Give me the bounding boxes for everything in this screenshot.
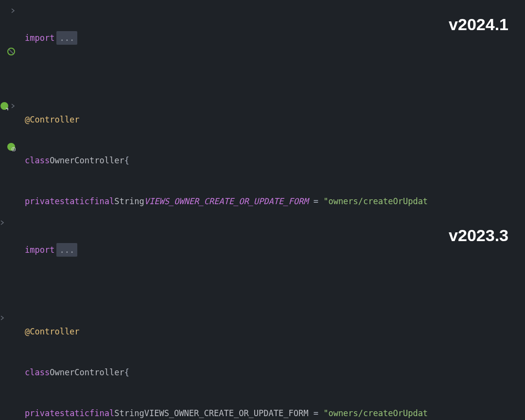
version-badge-top: v2024.1 — [449, 11, 508, 38]
fold-chevron-icon[interactable] — [11, 104, 16, 108]
keyword-private: private — [25, 406, 60, 420]
keyword-final: final — [89, 194, 114, 208]
spring-leaf-arrow-icon[interactable] — [0, 102, 9, 110]
keyword-import: import — [25, 31, 54, 45]
constant-name: VIEWS_OWNER_CREATE_OR_UPDATE_FORM — [144, 406, 309, 420]
version-badge-bottom: v2023.3 — [449, 222, 508, 249]
brace-open: { — [124, 154, 129, 167]
keyword-class: class — [25, 154, 50, 167]
editor-panel-v2023-3: v2023.3 import ... @Con — [0, 212, 525, 420]
spring-leaf-globe-icon[interactable] — [7, 142, 16, 151]
keyword-static: static — [60, 194, 89, 208]
class-name: OwnerController — [50, 154, 124, 167]
folded-imports[interactable]: ... — [56, 31, 77, 45]
string-literal: "owners/createOrUpdat — [323, 194, 428, 208]
constant-name: VIEWS_OWNER_CREATE_OR_UPDATE_FORM — [144, 194, 309, 208]
type-string: String — [114, 406, 144, 420]
brace-open: { — [124, 366, 129, 379]
class-name: OwnerController — [50, 366, 124, 379]
keyword-import: import — [25, 243, 54, 257]
code-bottom[interactable]: import ... @Controller class OwnerContro… — [25, 212, 428, 420]
keyword-final: final — [89, 406, 114, 420]
editor-panel-v2024-1: v2024.1 — [0, 0, 525, 212]
fold-chevron-icon[interactable] — [0, 315, 5, 320]
annotation-controller: @Controller — [25, 113, 80, 126]
type-string: String — [114, 194, 144, 208]
gutter-bottom — [0, 212, 25, 420]
fold-chevron-icon[interactable] — [11, 8, 16, 13]
spring-leaf-slash-icon[interactable] — [7, 47, 16, 56]
keyword-private: private — [25, 194, 60, 208]
fold-chevron-icon[interactable] — [0, 220, 5, 225]
keyword-class: class — [25, 366, 50, 379]
annotation-controller: @Controller — [25, 325, 80, 338]
keyword-static: static — [60, 406, 89, 420]
op-equals: = — [308, 406, 323, 420]
folded-imports[interactable]: ... — [56, 243, 77, 257]
op-equals: = — [308, 194, 323, 208]
string-literal: "owners/createOrUpdat — [323, 406, 428, 420]
